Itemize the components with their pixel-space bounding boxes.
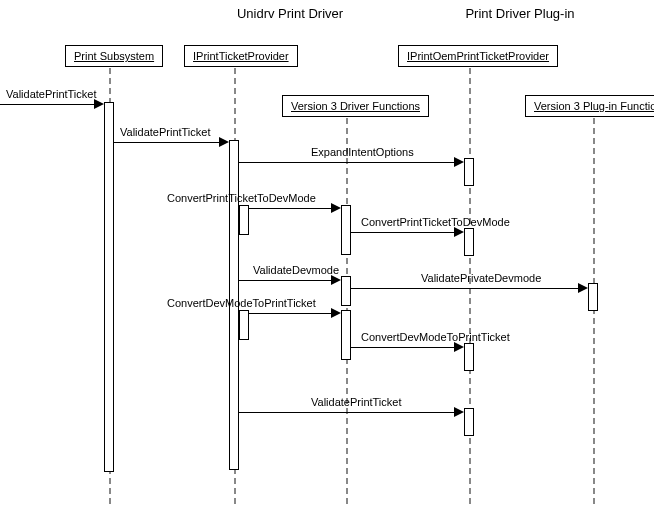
activation-ipt-convert1 [239,205,249,235]
activation-ipt-convert2 [239,310,249,340]
msg-convert-ptt-devmode-2: ConvertPrintTicketToDevMode [351,222,469,236]
msg-expand-intent-options: ExpandIntentOptions [239,152,469,166]
msg-validate-private-devmode: ValidatePrivateDevmode [351,278,593,292]
msg-label: ConvertPrintTicketToDevMode [167,192,316,204]
lane-v3-driver-functions: Version 3 Driver Functions [282,95,429,117]
group-label-plugin: Print Driver Plug-in [430,6,610,21]
msg-label: ConvertDevModeToPrintTicket [167,297,316,309]
msg-label: ValidatePrintTicket [6,88,96,100]
msg-label: ConvertDevModeToPrintTicket [361,331,510,343]
msg-validate-print-ticket-1: ValidatePrintTicket [114,132,234,146]
activation-v3-convert2 [341,310,351,360]
activation-print-subsystem [104,102,114,472]
msg-label: ValidatePrintTicket [311,396,401,408]
lane-v3-plugin-functions: Version 3 Plug-in Functions [525,95,654,117]
msg-validate-devmode: ValidateDevmode [239,270,349,284]
lane-iprint-oem-print-ticket-provider: IPrintOemPrintTicketProvider [398,45,558,67]
lifeline-v3-plugin-functions [593,118,595,504]
msg-convert-devmode-ptt-1: ConvertDevModeToPrintTicket [249,303,349,317]
msg-label: ExpandIntentOptions [311,146,414,158]
msg-label: ConvertPrintTicketToDevMode [361,216,510,228]
group-label-unidrv: Unidrv Print Driver [210,6,370,21]
msg-label: ValidateDevmode [253,264,339,276]
msg-validate-print-ticket-2: ValidatePrintTicket [239,402,469,416]
lane-print-subsystem: Print Subsystem [65,45,163,67]
msg-label: ValidatePrivateDevmode [421,272,541,284]
msg-convert-ptt-devmode-1: ConvertPrintTicketToDevMode [249,198,349,212]
sequence-diagram: Unidrv Print Driver Print Driver Plug-in… [0,0,654,517]
lane-iprint-ticket-provider: IPrintTicketProvider [184,45,298,67]
msg-label: ValidatePrintTicket [120,126,210,138]
activation-v3-convert1 [341,205,351,255]
msg-validate-print-ticket-ext: ValidatePrintTicket [0,94,110,108]
msg-convert-devmode-ptt-2: ConvertDevModeToPrintTicket [351,337,469,351]
